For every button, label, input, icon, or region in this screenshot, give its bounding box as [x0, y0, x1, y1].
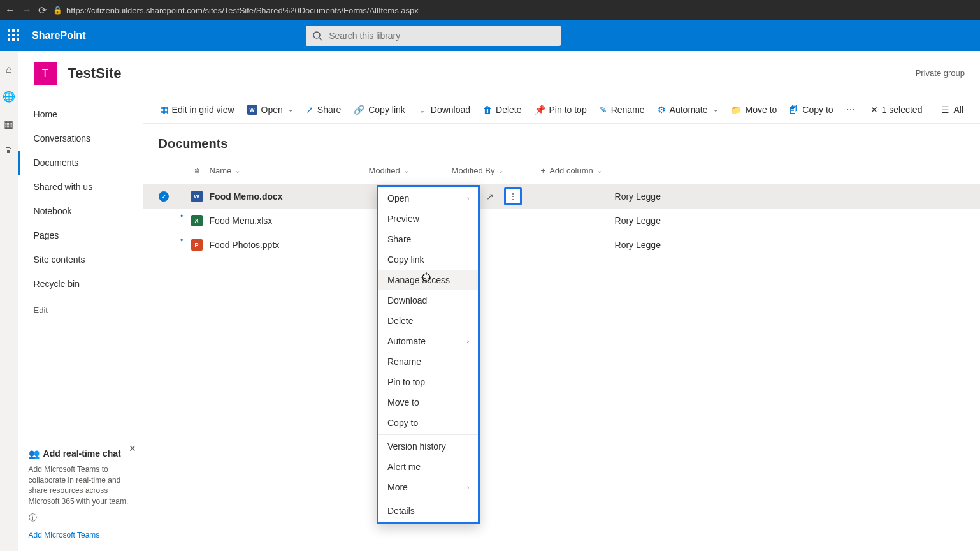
globe-icon[interactable]: 🌐 [3, 91, 15, 103]
delete-icon: 🗑 [483, 105, 492, 115]
forward-button[interactable]: → [22, 4, 32, 16]
ctx-automate[interactable]: Automate› [378, 331, 478, 351]
ctx-delete[interactable]: Delete [378, 311, 478, 331]
cmd-share[interactable]: ↗Share [301, 105, 346, 115]
svg-line-1 [319, 38, 322, 40]
nav-home[interactable]: Home [18, 102, 143, 126]
ctx-copy-link[interactable]: Copy link [378, 249, 478, 270]
teams-promo-title: 👥 Add real-time chat [29, 448, 133, 460]
selection-count[interactable]: ✕1 selected [865, 105, 928, 115]
teams-promo-link[interactable]: Add Microsoft Teams [29, 530, 133, 541]
nav-notebook[interactable]: Notebook [18, 199, 143, 223]
selected-check-icon[interactable]: ✓ [159, 191, 169, 202]
new-badge-icon: ✦ [179, 212, 184, 219]
share-icon[interactable]: ↗ [481, 187, 499, 205]
file-row[interactable]: ✓ W Food Memo.docx ↗ ⋮ Rory Legge [143, 184, 980, 209]
move-icon: 📁 [731, 105, 742, 115]
file-name[interactable]: Food Photos.pptx [210, 240, 369, 250]
more-icon: ⋯ [846, 105, 855, 115]
ctx-download[interactable]: Download [378, 290, 478, 311]
app-launcher-icon[interactable] [8, 29, 20, 42]
teams-promo-body: Add Microsoft Teams to collaborate in re… [29, 464, 133, 507]
site-privacy: Private group [916, 68, 965, 78]
ctx-alert-me[interactable]: Alert me [378, 457, 478, 477]
library-title: Documents [143, 124, 980, 158]
ctx-open[interactable]: Open› [378, 188, 478, 209]
file-name[interactable]: Food Memo.docx [210, 191, 369, 202]
ctx-more[interactable]: More› [378, 477, 478, 497]
ctx-rename[interactable]: Rename [378, 351, 478, 372]
ctx-preview[interactable]: Preview [378, 209, 478, 229]
list-icon: ☰ [941, 105, 949, 115]
nav-documents[interactable]: Documents [18, 151, 143, 175]
new-badge-icon: ✦ [179, 237, 184, 244]
column-modified[interactable]: Modified⌄ [369, 166, 452, 175]
files-icon[interactable]: 🗎 [4, 145, 14, 157]
cmd-move-to[interactable]: 📁Move to [726, 105, 782, 115]
nav-recycle-bin[interactable]: Recycle bin [18, 272, 143, 296]
column-modified-by[interactable]: Modified By⌄ [452, 166, 541, 175]
file-name[interactable]: Food Menu.xlsx [210, 216, 369, 226]
close-icon[interactable]: ✕ [129, 443, 136, 455]
nav-pages[interactable]: Pages [18, 223, 143, 247]
back-button[interactable]: ← [5, 4, 15, 16]
nav-site-contents[interactable]: Site contents [18, 247, 143, 272]
address-bar[interactable]: 🔒 https://citizenbuilders.sharepoint.com… [53, 6, 419, 15]
reload-button[interactable]: ⟳ [38, 4, 47, 17]
view-switcher[interactable]: ☰All [936, 105, 969, 115]
cmd-download[interactable]: ⭳Download [413, 105, 475, 115]
context-menu: Open› Preview Share Copy link Manage acc… [377, 185, 480, 524]
cmd-copy-link[interactable]: 🔗Copy link [349, 105, 410, 115]
column-name[interactable]: Name⌄ [210, 166, 369, 175]
rename-icon: ✎ [600, 105, 607, 115]
more-actions-button[interactable]: ⋮ [504, 187, 522, 205]
cmd-pin[interactable]: 📌Pin to top [530, 105, 592, 115]
ctx-details[interactable]: Details [378, 501, 478, 521]
app-name: SharePoint [32, 30, 85, 41]
lock-icon: 🔒 [53, 6, 62, 15]
cmd-open[interactable]: WOpen⌄ [242, 105, 298, 115]
copy-icon: 🗐 [789, 105, 798, 115]
chevron-right-icon: › [467, 338, 469, 345]
ctx-share[interactable]: Share [378, 229, 478, 249]
file-row[interactable]: ✦X Food Menu.xlsx Rory Legge [143, 209, 980, 233]
plus-icon: + [541, 166, 546, 175]
cmd-edit-grid[interactable]: ▦Edit in grid view [155, 105, 240, 115]
chevron-down-icon: ⌄ [404, 167, 409, 174]
word-icon: W [247, 105, 257, 115]
powerpoint-file-icon: P [191, 239, 203, 251]
ctx-manage-access[interactable]: Manage access [378, 270, 478, 290]
home-icon[interactable]: ⌂ [6, 64, 12, 75]
cmd-rename[interactable]: ✎Rename [594, 105, 650, 115]
nav-edit[interactable]: Edit [18, 298, 143, 322]
cmd-more[interactable]: ⋯ [841, 105, 860, 115]
cmd-copy-to[interactable]: 🗐Copy to [784, 105, 838, 115]
nav-conversations[interactable]: Conversations [18, 126, 143, 151]
search-box[interactable] [306, 26, 561, 46]
file-modified-by: Rory Legge [615, 240, 661, 250]
cmd-delete[interactable]: 🗑Delete [478, 105, 526, 115]
ctx-version-history[interactable]: Version history [378, 436, 478, 457]
app-rail: ⌂ 🌐 ▦ 🗎 [0, 51, 18, 551]
chevron-down-icon: ⌄ [288, 106, 293, 113]
filetype-column-icon[interactable]: 🗎 [184, 166, 210, 175]
svg-point-0 [313, 32, 320, 38]
info-icon[interactable]: ⓘ [29, 512, 133, 524]
ctx-copy-to[interactable]: Copy to [378, 413, 478, 433]
chevron-down-icon: ⌄ [597, 167, 602, 174]
file-row[interactable]: ✦P Food Photos.pptx Rory Legge [143, 233, 980, 257]
add-column[interactable]: +Add column⌄ [541, 166, 602, 175]
chevron-right-icon: › [467, 484, 469, 491]
cmd-automate[interactable]: ⚙Automate⌄ [652, 105, 723, 115]
ctx-move-to[interactable]: Move to [378, 392, 478, 413]
site-title: TestSite [68, 65, 122, 82]
download-icon: ⭳ [418, 105, 427, 115]
url-text: https://citizenbuilders.sharepoint.com/s… [66, 6, 419, 15]
pin-icon: 📌 [535, 105, 545, 115]
search-input[interactable] [329, 31, 554, 41]
ctx-pin[interactable]: Pin to top [378, 372, 478, 392]
nav-shared[interactable]: Shared with us [18, 175, 143, 199]
automate-icon: ⚙ [658, 105, 666, 115]
excel-file-icon: X [191, 215, 203, 226]
news-icon[interactable]: ▦ [4, 118, 13, 130]
